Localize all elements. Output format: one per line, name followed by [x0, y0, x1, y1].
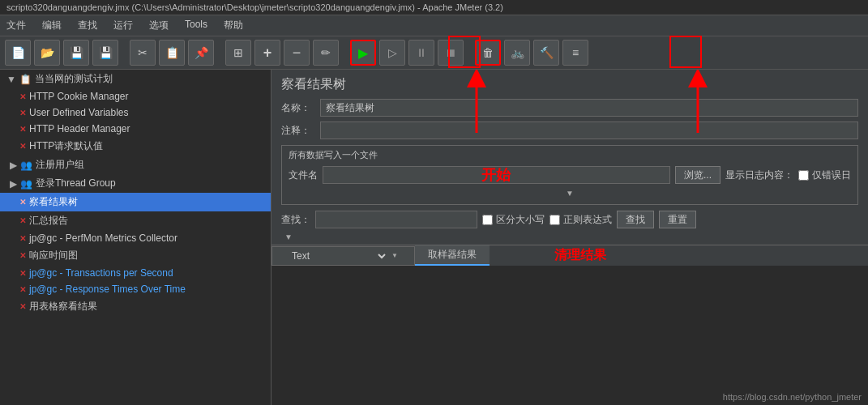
start-no-pause-button[interactable]: ▷ [379, 40, 405, 66]
tree-label-register: 注册用户组 [36, 158, 84, 172]
pause-button[interactable]: ⏸ [408, 40, 434, 66]
tree-item-root[interactable]: ▼ 📋 当当网的测试计划 [0, 70, 271, 88]
tree-item-register[interactable]: ▶ 👥 注册用户组 [0, 156, 271, 174]
tree-label-response-time: 响应时间图 [29, 249, 78, 262]
tree-label-defaults: HTTP请求默认值 [29, 139, 103, 153]
menu-edit[interactable]: 编辑 [39, 17, 65, 34]
tree-item-viewtree[interactable]: ✕ 察看结果树 [0, 193, 271, 211]
clear-annotation: 清理结果 [554, 247, 606, 264]
name-row: 名称： [272, 96, 868, 119]
tree-icon-x3: ✕ [19, 125, 26, 134]
cut-button[interactable]: ✂ [130, 40, 156, 66]
panel-title: 察看结果树 [272, 70, 868, 96]
save-template-button[interactable]: 💾 [63, 40, 89, 66]
name-label: 名称： [281, 101, 314, 115]
name-input[interactable] [320, 99, 858, 117]
results-header: Text RegExp Tester CSS/JQuery Tester XPa… [272, 245, 868, 266]
file-section: 所有数据写入一个文件 文件名 开始 浏览... 显示日志内容： 仅错误日 ▼ [281, 145, 858, 205]
tree-item-tps[interactable]: ✕ jp@gc - Transactions per Second [0, 265, 271, 281]
scroll-down-arrow[interactable]: ▼ [562, 187, 577, 199]
save-button[interactable]: 💾 [92, 40, 118, 66]
file-section-title: 所有数据写入一个文件 [285, 149, 854, 161]
search-row: 查找： 区分大小写 正则表达式 查找 重置 [272, 208, 868, 231]
tree-label-perfmon: jp@gc - PerfMon Metrics Collector [29, 232, 177, 244]
tree-item-uservars[interactable]: ✕ User Defined Variables [0, 104, 271, 121]
menu-tools[interactable]: Tools [182, 17, 211, 34]
comment-input[interactable] [320, 122, 858, 139]
menu-help[interactable]: 帮助 [220, 17, 246, 34]
tree-label-table: 用表格察看结果 [29, 300, 97, 313]
dropdown-arrow: ▼ [391, 252, 398, 259]
start-button[interactable]: ▶ [350, 40, 376, 66]
remove-button[interactable]: − [284, 40, 310, 66]
tree-icon-login: 👥 [20, 178, 32, 190]
reset-button[interactable]: 重置 [659, 211, 696, 228]
tree-label-cookie: HTTP Cookie Manager [29, 91, 129, 102]
add-button[interactable]: + [254, 40, 280, 66]
error-only-checkbox[interactable] [798, 170, 809, 181]
paste-button[interactable]: 📌 [188, 40, 214, 66]
title-text: scripto320danguangdengiv.jmx (C:\Users\A… [6, 2, 503, 12]
case-sensitive-label: 区分大小写 [482, 213, 545, 227]
copy-button[interactable]: 📋 [159, 40, 185, 66]
tree-item-table[interactable]: ✕ 用表格察看结果 [0, 297, 271, 316]
tree-label-uservars: User Defined Variables [29, 107, 129, 118]
scroll-down-arrow2[interactable]: ▼ [281, 231, 296, 243]
comment-label: 注释： [281, 124, 314, 138]
cycle-button[interactable]: 🚲 [504, 40, 530, 66]
tree-label-header: HTTP Header Manager [29, 123, 130, 134]
tree-item-login[interactable]: ▶ 👥 登录Thread Group [0, 174, 271, 193]
tree-item-perfmon[interactable]: ✕ jp@gc - PerfMon Metrics Collector [0, 230, 271, 246]
sampler-result-tab[interactable]: 取样器结果 [415, 245, 490, 266]
log-button[interactable]: ≡ [562, 40, 588, 66]
tree-item-rtime[interactable]: ✕ jp@gc - Response Times Over Time [0, 281, 271, 297]
regex-checkbox[interactable] [549, 215, 560, 225]
format-dropdown[interactable]: Text RegExp Tester CSS/JQuery Tester XPa… [289, 249, 388, 262]
tree-icon-x5: ✕ [19, 198, 26, 207]
function-button[interactable]: 🔨 [533, 40, 559, 66]
new-button[interactable]: 📄 [5, 40, 31, 66]
toolbar: 📄 📂 💾 💾 ✂ 📋 📌 ⊞ + − ✏ ▶ ▷ ⏸ ⏹ 🗑 🚲 🔨 ≡ [0, 36, 868, 70]
tree-label-root: 当当网的测试计划 [35, 72, 113, 86]
tree-icon-x4: ✕ [19, 142, 26, 151]
tree-icon-x11: ✕ [19, 302, 26, 311]
file-row: 文件名 开始 浏览... 显示日志内容： 仅错误日 [285, 164, 854, 185]
tree-item-cookie[interactable]: ✕ HTTP Cookie Manager [0, 88, 271, 104]
tree-label-summary: 汇总报告 [29, 214, 68, 228]
tree-icon-x6: ✕ [19, 216, 26, 225]
clear-button[interactable]: 🗑 [475, 40, 501, 66]
tree-icon-register: 👥 [20, 160, 32, 171]
tree-icon-x10: ✕ [19, 285, 26, 294]
search-input[interactable] [315, 211, 477, 228]
search-button[interactable]: 查找 [617, 211, 654, 228]
edit-button[interactable]: ✏ [313, 40, 339, 66]
error-only-checkbox-label: 仅错误日 [798, 168, 851, 182]
error-only-label: 仅错误日 [812, 168, 851, 182]
stop-button[interactable]: ⏹ [438, 40, 464, 66]
regex-label: 正则表达式 [549, 213, 612, 227]
browse-button[interactable]: 浏览... [675, 166, 720, 184]
menu-run[interactable]: 运行 [110, 17, 136, 34]
format-selector[interactable]: Text RegExp Tester CSS/JQuery Tester XPa… [272, 246, 415, 266]
bottom-url: https://blog.csdn.net/python_jmeter [723, 392, 862, 402]
open-button[interactable]: 📂 [34, 40, 60, 66]
title-bar: scripto320danguangdengiv.jmx (C:\Users\A… [0, 0, 868, 15]
tree-icon-x: ✕ [19, 92, 26, 101]
expand-icon: ▼ [6, 74, 16, 85]
tree-item-response-time[interactable]: ✕ 响应时间图 [0, 246, 271, 265]
tree-item-header[interactable]: ✕ HTTP Header Manager [0, 121, 271, 137]
filename-label: 文件名 [289, 168, 318, 182]
menu-file[interactable]: 文件 [3, 17, 29, 34]
tree-icon-x7: ✕ [19, 234, 26, 243]
comment-row: 注释： [272, 119, 868, 142]
case-sensitive-text: 区分大小写 [496, 213, 545, 227]
tree-item-summary[interactable]: ✕ 汇总报告 [0, 211, 271, 230]
tree-label-tps: jp@gc - Transactions per Second [29, 267, 173, 279]
menu-bar: 文件 编辑 查找 运行 选项 Tools 帮助 [0, 15, 868, 36]
menu-options[interactable]: 选项 [146, 17, 172, 34]
tree-item-defaults[interactable]: ✕ HTTP请求默认值 [0, 137, 271, 156]
tree-panel: ▼ 📋 当当网的测试计划 ✕ HTTP Cookie Manager ✕ Use… [0, 70, 272, 405]
case-sensitive-checkbox[interactable] [482, 215, 493, 225]
expand-button[interactable]: ⊞ [225, 40, 251, 66]
menu-find[interactable]: 查找 [75, 17, 100, 34]
